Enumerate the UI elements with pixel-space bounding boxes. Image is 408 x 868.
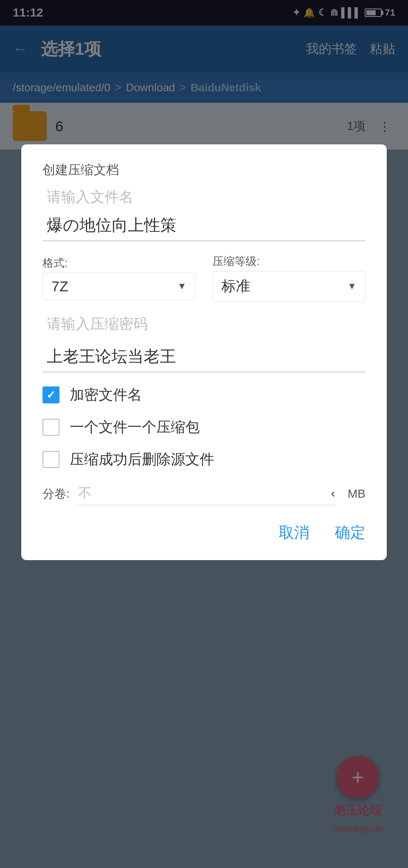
encrypt-filename-checkbox[interactable]: [42, 386, 60, 403]
delete-source-checkbox[interactable]: [42, 451, 60, 468]
format-level-row: 格式: 7Z ▼ 压缩等级: 标准 ▼: [42, 254, 366, 302]
encrypt-filename-label: 加密文件名: [70, 385, 142, 405]
volume-label: 分卷:: [42, 486, 70, 502]
dialog-buttons: 取消 确定: [42, 522, 366, 543]
level-value: 标准: [221, 276, 250, 296]
create-archive-dialog: 创建压缩文档 请输入文件名 爆の地位向上性策 格式: 7Z ▼ 压缩等级: 标准…: [21, 144, 387, 560]
format-group: 格式: 7Z ▼: [42, 256, 196, 300]
format-value: 7Z: [51, 278, 68, 295]
filename-input[interactable]: 爆の地位向上性策: [42, 210, 366, 241]
volume-left-arrow[interactable]: ‹: [331, 487, 335, 500]
dialog-title: 创建压缩文档: [42, 161, 366, 179]
format-arrow-icon: ▼: [177, 281, 187, 292]
one-file-label: 一个文件一个压缩包: [70, 417, 200, 437]
volume-value: 不: [78, 484, 331, 503]
format-label: 格式:: [42, 256, 196, 271]
password-input[interactable]: 上老王论坛当老王: [42, 341, 366, 372]
checkbox-one-file-row: 一个文件一个压缩包: [42, 417, 366, 437]
level-arrow-icon: ▼: [347, 281, 357, 292]
password-placeholder: 请输入压缩密码: [42, 310, 366, 338]
volume-input[interactable]: 不 ‹: [78, 482, 335, 505]
filename-placeholder: 请输入文件名: [42, 187, 366, 207]
format-dropdown[interactable]: 7Z ▼: [42, 273, 196, 300]
one-file-checkbox[interactable]: [42, 419, 60, 436]
confirm-button[interactable]: 确定: [335, 522, 366, 543]
level-group: 压缩等级: 标准 ▼: [212, 254, 366, 302]
cancel-button[interactable]: 取消: [279, 522, 309, 543]
checkbox-encrypt-filename-row: 加密文件名: [42, 385, 366, 405]
level-label: 压缩等级:: [212, 254, 366, 269]
level-dropdown[interactable]: 标准 ▼: [212, 271, 366, 302]
volume-unit: MB: [348, 487, 366, 501]
volume-row: 分卷: 不 ‹ MB: [42, 482, 366, 510]
delete-source-label: 压缩成功后删除源文件: [70, 450, 214, 469]
checkbox-delete-source-row: 压缩成功后删除源文件: [42, 450, 366, 469]
